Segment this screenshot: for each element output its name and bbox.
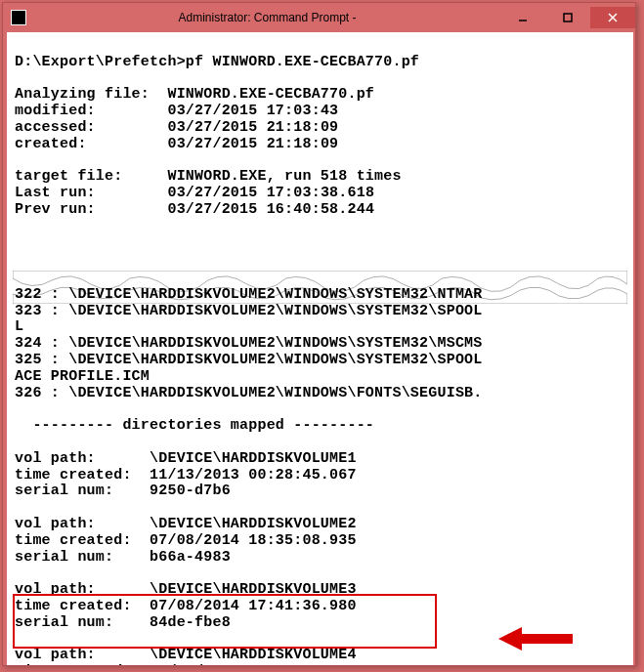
- maximize-button[interactable]: [545, 7, 590, 28]
- target-line: target file: WINWORD.EXE, run 518 times: [15, 168, 402, 185]
- section-divider: --------- directories mapped ---------: [15, 417, 374, 434]
- command-prompt-window: Administrator: Command Prompt - D:\Expor…: [2, 2, 636, 666]
- file-entry: 324 : \DEVICE\HARDDISKVOLUME2\WINDOWS\SY…: [15, 335, 483, 352]
- volume-block: vol path: \DEVICE\HARDDISKVOLUME1 time c…: [15, 450, 357, 500]
- file-entry: 322 : \DEVICE\HARDDISKVOLUME2\WINDOWS\SY…: [15, 286, 483, 303]
- modified-line: modified: 03/27/2015 17:03:43: [15, 103, 338, 119]
- analyzing-line: Analyzing file: WINWORD.EXE-CECBA770.pf: [15, 86, 374, 103]
- file-entry: 326 : \DEVICE\HARDDISKVOLUME2\WINDOWS\FO…: [15, 385, 483, 401]
- torn-paper-divider: [13, 237, 627, 271]
- file-entry: 323 : \DEVICE\HARDDISKVOLUME2\WINDOWS\SY…: [15, 303, 483, 319]
- output-bottom: 322 : \DEVICE\HARDDISKVOLUME2\WINDOWS\SY…: [15, 271, 625, 665]
- volume-block: vol path: \DEVICE\HARDDISKVOLUME2 time c…: [15, 516, 357, 566]
- terminal-output[interactable]: D:\Export\Prefetch>pf WINWORD.EXE-CECBA7…: [7, 32, 633, 665]
- close-button[interactable]: [590, 7, 635, 28]
- prompt-line: D:\Export\Prefetch>pf WINWORD.EXE-CECBA7…: [15, 54, 419, 70]
- window-controls: [500, 7, 635, 28]
- cmd-icon: [11, 10, 26, 25]
- file-entry: 325 : \DEVICE\HARDDISKVOLUME2\WINDOWS\SY…: [15, 352, 482, 368]
- window-title: Administrator: Command Prompt -: [34, 11, 500, 24]
- accessed-line: accessed: 03/27/2015 21:18:09: [15, 119, 338, 136]
- minimize-button[interactable]: [500, 7, 545, 28]
- volume-block: vol path: \DEVICE\HARDDISKVOLUME4 time c…: [15, 647, 357, 665]
- prev-run-line: Prev run: 03/27/2015 16:40:58.244: [15, 201, 374, 218]
- volume-block-highlighted: vol path: \DEVICE\HARDDISKVOLUME3 time c…: [15, 581, 357, 631]
- created-line: created: 03/27/2015 21:18:09: [15, 136, 338, 152]
- titlebar[interactable]: Administrator: Command Prompt -: [3, 3, 635, 32]
- svg-rect-1: [564, 14, 572, 21]
- output-top: D:\Export\Prefetch>pf WINWORD.EXE-CECBA7…: [15, 38, 625, 235]
- last-run-line: Last run: 03/27/2015 17:03:38.618: [15, 185, 374, 201]
